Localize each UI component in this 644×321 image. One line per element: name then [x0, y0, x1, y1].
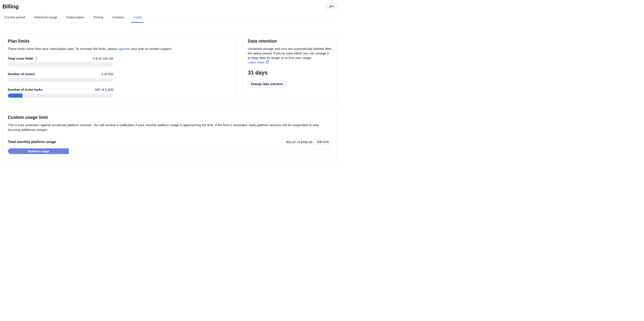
platform-usage-progress-bar: Platform usage	[8, 148, 332, 154]
actor-tasks-progress-fill	[8, 94, 22, 98]
limit-label: Total Actor RAM ?	[8, 57, 38, 60]
limit-label: Number of Actors	[8, 72, 35, 76]
plan-limits-card: Plan limits These limits come from your …	[2, 34, 236, 103]
tab-invoices[interactable]: Invoices	[110, 14, 126, 23]
tab-current-period[interactable]: Current period	[2, 14, 27, 23]
page-header: Billing API	[2, 0, 337, 10]
limit-label: Number of Actor tasks	[8, 88, 42, 91]
total-monthly-usage-label: Total monthly platform usage	[8, 140, 56, 144]
custom-usage-limit-title: Custom usage limit	[8, 115, 332, 120]
page-title: Billing	[2, 3, 18, 10]
billing-page: Billing API Current period Historical us…	[0, 0, 339, 166]
limit-value: 0 of 500	[102, 72, 113, 76]
data-retention-card: Data retention Unnamed storage and runs …	[242, 34, 337, 103]
plan-limits-description: These limits come from your subscription…	[8, 46, 231, 51]
limit-row-number-of-actor-tasks: Number of Actor tasks 697 of 5,000	[8, 88, 113, 98]
actors-progress-bar	[8, 78, 113, 82]
tab-limits[interactable]: Limits	[131, 14, 144, 23]
edit-limit-button[interactable]: Edit limit	[314, 139, 332, 145]
limit-row-total-actor-ram: Total Actor RAM ? 0 B of 128 GB	[8, 57, 113, 67]
retention-period-value: 31 days	[248, 70, 332, 76]
usage-summary-row: Total monthly platform usage $93.97 of $…	[8, 139, 332, 145]
help-icon[interactable]: ?	[34, 57, 38, 60]
usage-amount-value: $93.97 of $499.00	[286, 140, 312, 144]
api-button[interactable]: API	[326, 3, 337, 10]
change-data-retention-button[interactable]: Change data retention	[248, 81, 286, 87]
plan-limits-title: Plan limits	[8, 39, 231, 44]
limit-value: 0 B of 128 GB	[93, 57, 113, 60]
tab-historical-usage[interactable]: Historical usage	[32, 14, 59, 23]
ram-progress-bar	[8, 62, 113, 67]
limit-row-number-of-actors: Number of Actors 0 of 500	[8, 72, 113, 82]
limit-value: 697 of 5,000	[95, 88, 113, 91]
actor-tasks-progress-bar	[8, 94, 113, 98]
upgrade-link[interactable]: upgrade	[118, 47, 130, 51]
platform-usage-bar-label: Platform usage	[28, 150, 49, 153]
tab-pricing[interactable]: Pricing	[91, 14, 105, 23]
tab-subscription[interactable]: Subscription	[64, 14, 86, 23]
custom-usage-limit-card: Custom usage limit This is your protecti…	[2, 110, 337, 166]
billing-tabbar: Current period Historical usage Subscrip…	[2, 14, 337, 23]
platform-usage-progress-fill: Platform usage	[8, 149, 69, 154]
custom-usage-limit-description: This is your protection against accident…	[8, 123, 332, 132]
data-retention-title: Data retention	[248, 39, 332, 44]
top-cards-row: Plan limits These limits come from your …	[2, 34, 337, 103]
data-retention-description: Unnamed storage and runs are automatical…	[248, 46, 332, 60]
learn-more-link[interactable]: Learn more	[248, 60, 269, 64]
external-link-icon	[266, 60, 269, 64]
